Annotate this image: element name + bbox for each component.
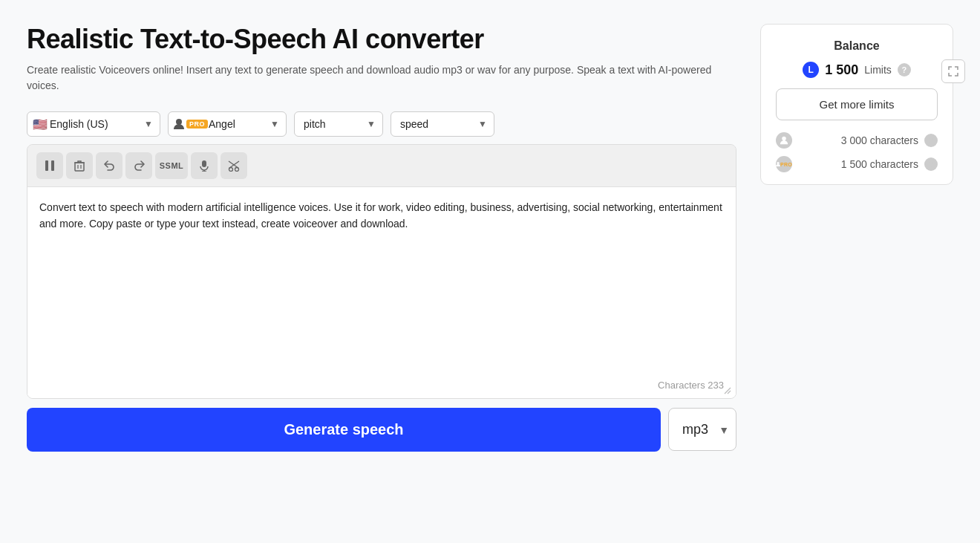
pause-button[interactable]	[36, 152, 63, 179]
speed-select-wrapper: speed slow normal fast ▼	[391, 111, 494, 137]
get-more-button[interactable]: Get more limits	[776, 88, 938, 120]
svg-rect-2	[51, 160, 54, 171]
undo-button[interactable]	[96, 152, 122, 179]
free-limit-text: 3 000 characters	[798, 134, 918, 146]
svg-point-15	[777, 162, 779, 164]
limits-list: 3 000 characters ? PRO 1 500 characters …	[776, 132, 938, 172]
char-count-value: 233	[708, 380, 724, 391]
format-select-wrapper: mp3 wav ▼	[668, 408, 736, 452]
char-count: Characters 233	[658, 380, 724, 391]
free-user-icon	[776, 132, 792, 149]
ssml-button[interactable]: SSML	[155, 152, 188, 179]
svg-rect-3	[75, 163, 84, 171]
expand-button[interactable]	[941, 59, 965, 83]
limit-item-free: 3 000 characters ?	[776, 132, 938, 149]
text-area-wrapper: Convert text to speech with modern artif…	[27, 187, 736, 398]
format-select[interactable]: mp3 wav	[668, 408, 736, 451]
pro-limit-text: 1 500 characters	[798, 158, 918, 170]
balance-help-icon[interactable]: ?	[898, 63, 911, 77]
cut-button[interactable]	[220, 152, 247, 179]
controls-row: 🇺🇸 English (US) English (UK) Spanish Fre…	[27, 111, 736, 137]
page-subtitle: Create realistic Voiceovers online! Inse…	[27, 62, 736, 94]
voice-select-wrapper: PRO Angel Alice Bob Charlie ▼	[168, 111, 287, 137]
pro-user-icon: PRO	[776, 156, 792, 172]
speed-select[interactable]: speed slow normal fast	[391, 111, 494, 137]
free-limit-help[interactable]: ?	[924, 134, 938, 147]
svg-rect-1	[45, 160, 48, 171]
char-count-label: Characters	[658, 380, 705, 391]
pitch-select[interactable]: pitch low medium high	[294, 111, 383, 137]
svg-point-14	[782, 137, 785, 140]
resize-handle[interactable]	[724, 386, 733, 395]
balance-card: Balance L 1 500 Limits ? Get more limits	[760, 24, 953, 185]
toolbar: SSML	[27, 145, 736, 187]
mic-button[interactable]	[191, 152, 218, 179]
balance-icon: L	[803, 62, 819, 78]
language-select[interactable]: English (US) English (UK) Spanish French…	[27, 111, 160, 137]
right-panel: Balance L 1 500 Limits ? Get more limits	[760, 24, 953, 185]
page-title: Realistic Text-to-Speech AI converter	[27, 24, 736, 55]
redo-button[interactable]	[125, 152, 152, 179]
limit-item-pro: PRO 1 500 characters ?	[776, 156, 938, 172]
editor-box: SSML Convert text to speech with modern …	[27, 144, 736, 399]
balance-title: Balance	[776, 39, 938, 53]
clear-button[interactable]	[66, 152, 93, 179]
generate-button[interactable]: Generate speech	[27, 408, 661, 452]
pitch-select-wrapper: pitch low medium high ▼	[294, 111, 383, 137]
bottom-row: Generate speech mp3 wav ▼	[27, 408, 736, 452]
svg-rect-7	[202, 160, 206, 167]
voice-select[interactable]: Angel Alice Bob Charlie	[168, 111, 287, 137]
balance-amount: L 1 500 Limits ?	[776, 62, 938, 78]
pro-limit-help[interactable]: ?	[924, 157, 938, 171]
language-select-wrapper: 🇺🇸 English (US) English (UK) Spanish Fre…	[27, 111, 160, 137]
text-input[interactable]: Convert text to speech with modern artif…	[27, 187, 736, 395]
balance-number: 1 500	[825, 62, 858, 78]
balance-unit: Limits	[864, 64, 892, 76]
